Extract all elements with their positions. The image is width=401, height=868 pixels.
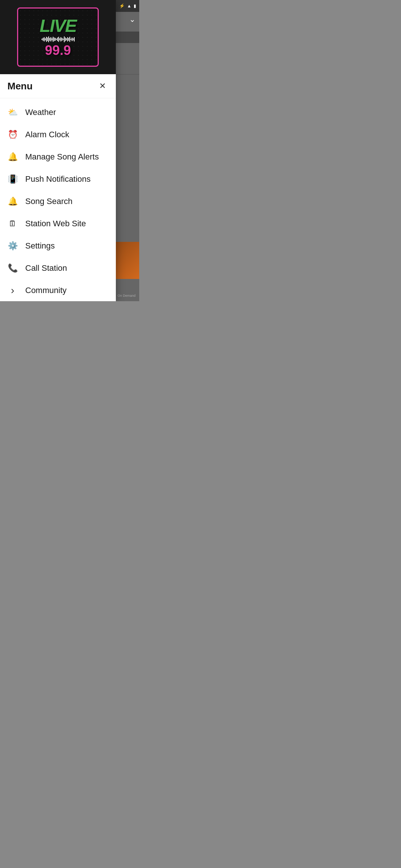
station-logo: LIVE <box>17 7 99 67</box>
menu-item-call-station[interactable]: 📞 Call Station <box>0 257 116 279</box>
weather-label: Weather <box>25 108 56 117</box>
menu-item-manage-song-alerts[interactable]: 🔔 Manage Song Alerts <box>0 146 116 168</box>
on-demand-label: On Demand <box>117 294 136 297</box>
menu-item-song-search[interactable]: 🔔 Song Search <box>0 190 116 213</box>
bluetooth-icon: ⚡ <box>119 3 125 9</box>
settings-icon: ⚙️ <box>7 241 18 251</box>
chevron-down-icon[interactable]: ⌄ <box>129 15 136 24</box>
song-search-label: Song Search <box>25 197 72 206</box>
close-button[interactable]: ✕ <box>97 80 108 92</box>
station-web-site-label: Station Web Site <box>25 219 86 228</box>
wifi-icon: ▲ <box>127 3 131 9</box>
menu-item-settings[interactable]: ⚙️ Settings <box>0 235 116 257</box>
alarm-clock-icon: ⏰ <box>7 129 18 140</box>
community-chevron-icon: › <box>7 285 18 296</box>
alarm-clock-label: Alarm Clock <box>25 130 69 139</box>
settings-label: Settings <box>25 241 55 251</box>
call-station-icon: 📞 <box>7 263 18 273</box>
menu-item-community[interactable]: › Community <box>0 279 116 301</box>
logo-waveform <box>28 36 88 43</box>
weather-icon: ⛅ <box>7 107 18 118</box>
logo-frequency-text: 99.9 <box>28 44 88 57</box>
station-web-site-icon: 🗓 <box>7 218 18 229</box>
logo-live-text: LIVE <box>28 17 88 35</box>
menu-item-station-web-site[interactable]: 🗓 Station Web Site <box>0 213 116 235</box>
manage-song-alerts-icon: 🔔 <box>7 152 18 162</box>
battery-icon: ▮ <box>134 3 136 9</box>
menu-item-alarm-clock[interactable]: ⏰ Alarm Clock <box>0 124 116 146</box>
push-notifications-label: Push Notifications <box>25 174 91 184</box>
push-notifications-icon: 📳 <box>7 174 18 184</box>
logo-section: LIVE <box>0 0 116 74</box>
menu-item-weather[interactable]: ⛅ Weather <box>0 101 116 124</box>
menu-items-list: ⛅ Weather ⏰ Alarm Clock 🔔 Manage Song Al… <box>0 98 116 301</box>
menu-item-push-notifications[interactable]: 📳 Push Notifications <box>0 168 116 190</box>
menu-title: Menu <box>7 80 33 92</box>
menu-overlay: LIVE <box>0 0 116 301</box>
call-station-label: Call Station <box>25 263 67 273</box>
community-label: Community <box>25 286 66 295</box>
song-search-icon: 🔔 <box>7 196 18 207</box>
menu-header: Menu ✕ <box>0 74 116 98</box>
logo-text: LIVE <box>28 17 88 57</box>
manage-song-alerts-label: Manage Song Alerts <box>25 152 99 162</box>
